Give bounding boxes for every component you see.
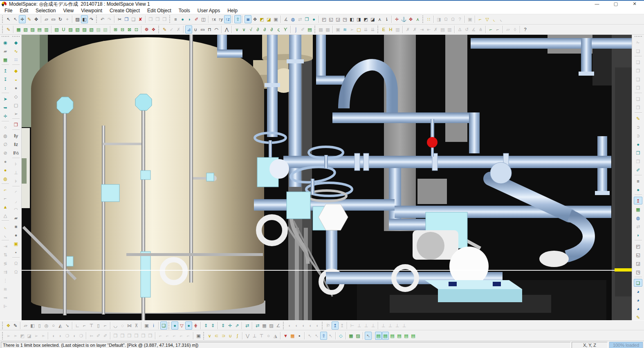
hatch-1-icon[interactable]: ▩ bbox=[317, 25, 324, 34]
level-icon[interactable]: ▥ bbox=[394, 25, 401, 34]
dim-3-icon[interactable]: ⊥ bbox=[363, 321, 370, 330]
box-sel-5-icon[interactable]: ❏ bbox=[634, 95, 642, 103]
pipe-elbow-gray-icon[interactable]: ◟ bbox=[498, 15, 505, 23]
new-plate-icon[interactable]: ▱ bbox=[22, 321, 29, 330]
person-down-icon[interactable]: ⇂ bbox=[383, 15, 390, 23]
probe-icon[interactable]: ◆ bbox=[12, 38, 20, 46]
weld-icon[interactable]: ⋁ bbox=[244, 332, 251, 340]
minimize-button[interactable]: — bbox=[588, 1, 606, 7]
dim-6-icon[interactable]: ⊥ bbox=[387, 321, 394, 330]
bend-gray-icon[interactable]: ◟ bbox=[1, 231, 10, 239]
route-6-icon[interactable]: ▨ bbox=[95, 25, 102, 34]
grid-bug-icon[interactable]: ▦ bbox=[1, 56, 10, 63]
cyl-diag-icon[interactable]: ⇗ bbox=[233, 321, 240, 330]
view-reset-icon[interactable]: ▣ bbox=[272, 15, 279, 23]
rect-mode-icon[interactable]: ▭ bbox=[199, 25, 206, 34]
select-add-icon[interactable]: ↖ bbox=[12, 15, 19, 23]
mod-4-icon[interactable]: ◪ bbox=[26, 332, 33, 340]
new-ring-icon[interactable]: ◎ bbox=[43, 321, 50, 330]
height-icon[interactable]: H bbox=[387, 25, 394, 34]
copy-down-2-icon[interactable]: ⇊ bbox=[369, 25, 376, 34]
curve-7-icon[interactable]: ς bbox=[275, 25, 282, 34]
spline-5-icon[interactable]: ∫ bbox=[234, 332, 241, 340]
delete-icon[interactable]: ✘ bbox=[137, 15, 144, 23]
undo-icon[interactable]: ↶ bbox=[99, 15, 106, 23]
pipe-green-icon[interactable]: ⌐ bbox=[487, 25, 494, 34]
box-sel-4-icon[interactable]: ❒ bbox=[634, 84, 642, 92]
arc-c-icon[interactable]: ◠ bbox=[12, 205, 20, 213]
group-icon[interactable]: ❒ bbox=[147, 15, 154, 23]
limit-box-icon[interactable]: ◧ bbox=[81, 15, 88, 23]
env-up-icon[interactable]: ⇧ bbox=[320, 332, 327, 340]
mod-3-icon[interactable]: ◩ bbox=[19, 332, 26, 340]
env-2-icon[interactable]: ➷ bbox=[313, 332, 320, 340]
arc-a-icon[interactable]: ◜ bbox=[12, 188, 20, 196]
square-icon[interactable]: ■ bbox=[12, 222, 20, 230]
lower-part-icon[interactable]: ↧ bbox=[1, 75, 10, 83]
curve-2-icon[interactable]: ∨ bbox=[240, 25, 247, 34]
zoom-model-icon[interactable]: ● bbox=[310, 15, 317, 23]
menu-file[interactable]: File bbox=[1, 7, 16, 14]
world-icon[interactable]: ◍ bbox=[289, 15, 296, 23]
find-in-model-icon[interactable]: ◉ bbox=[1, 38, 10, 46]
pick-move-icon[interactable]: ➢ bbox=[348, 25, 355, 34]
sphere-lock-icon[interactable]: ◕ bbox=[634, 296, 642, 304]
stretch-part-icon[interactable]: ↕ bbox=[1, 84, 10, 92]
bend-5-icon[interactable]: ⌐ bbox=[185, 332, 192, 340]
face-box-1-icon[interactable]: ◰ bbox=[634, 242, 642, 250]
grid-b-icon[interactable]: ▨ bbox=[268, 321, 275, 330]
new-tray-icon[interactable]: ◡ bbox=[112, 321, 119, 330]
bars-6-icon[interactable]: ▤ bbox=[410, 332, 417, 340]
fit-5-icon[interactable]: ⋮ bbox=[1, 276, 10, 284]
toolbar-drag-handle[interactable] bbox=[2, 36, 9, 38]
elev-icon[interactable]: E bbox=[380, 25, 387, 34]
box-mode-icon[interactable]: ⊓ bbox=[206, 25, 213, 34]
box-sel-3-icon[interactable]: ❑ bbox=[634, 75, 642, 83]
face-box-3-icon[interactable]: ◲ bbox=[634, 259, 642, 267]
angle-3-icon[interactable]: ∡ bbox=[470, 25, 477, 34]
zoom-window-icon[interactable]: ◪ bbox=[265, 15, 272, 23]
circle-icon[interactable]: ● bbox=[12, 231, 20, 239]
tool-c-icon[interactable]: ⊧ bbox=[12, 177, 20, 185]
draft-pen-icon[interactable]: ✎ bbox=[5, 25, 12, 34]
route-2-icon[interactable]: ▨ bbox=[67, 25, 74, 34]
frame-2-icon[interactable]: ▥ bbox=[446, 25, 453, 34]
node-del-2-icon[interactable]: ✗ bbox=[411, 25, 418, 34]
toolbar-drag-handle[interactable] bbox=[2, 332, 4, 339]
menu-view[interactable]: View bbox=[59, 7, 77, 14]
fit-2-icon[interactable]: ⇅ bbox=[1, 251, 10, 258]
new-pipe-icon[interactable]: ➘ bbox=[64, 321, 71, 330]
cut-icon[interactable]: ✂ bbox=[116, 15, 123, 23]
menu-tools[interactable]: Tools bbox=[175, 7, 194, 14]
grid-a-icon[interactable]: ▦ bbox=[261, 321, 268, 330]
mod-6-icon[interactable]: ➣ bbox=[40, 332, 47, 340]
compare-icon[interactable]: ▰ bbox=[1, 47, 10, 55]
accept-icon[interactable]: ✓ bbox=[168, 25, 175, 34]
toolbar-drag-handle[interactable] bbox=[168, 322, 170, 329]
ungroup-icon[interactable]: ❒ bbox=[154, 15, 161, 23]
new-bell-icon[interactable]: ◌ bbox=[119, 321, 126, 330]
ghost-3-icon[interactable]: ◖ bbox=[300, 321, 307, 330]
cut-pipe-icon[interactable]: ✁ bbox=[634, 38, 642, 46]
doc-gray-icon[interactable]: ❐ bbox=[634, 157, 642, 165]
bars-5-icon[interactable]: ▤ bbox=[403, 332, 410, 340]
walk-mode-icon[interactable]: ⇧ bbox=[234, 15, 241, 23]
target-yellow-icon[interactable]: ▣ bbox=[12, 240, 20, 247]
mod-1-icon[interactable]: ➢ bbox=[5, 332, 12, 340]
points-rgb-icon[interactable]: ∷ bbox=[12, 56, 20, 63]
new-seat-icon[interactable]: ⊼ bbox=[133, 321, 140, 330]
menu-create-object[interactable]: Create Object bbox=[106, 7, 144, 14]
model-a-icon[interactable]: ● bbox=[171, 321, 178, 330]
help-icon[interactable]: ? bbox=[522, 25, 529, 34]
layer-assign-icon[interactable]: ● bbox=[179, 15, 186, 23]
volume-icon[interactable]: ◊ bbox=[512, 25, 518, 34]
toolbar-drag-handle[interactable] bbox=[422, 16, 424, 23]
rotate-select-icon[interactable]: ↻ bbox=[57, 15, 64, 23]
pen-model-icon[interactable]: ✐ bbox=[634, 166, 642, 174]
axis-half-icon[interactable]: ‖½ bbox=[12, 149, 20, 157]
bend-3-icon[interactable]: ⌐ bbox=[171, 332, 178, 340]
cyl-arrow-icon[interactable]: ◗ bbox=[634, 231, 642, 239]
menu-selection[interactable]: Selection bbox=[32, 7, 59, 14]
machine-a-icon[interactable]: ❁ bbox=[143, 25, 150, 34]
cone-gray-icon[interactable]: △ bbox=[1, 211, 10, 219]
